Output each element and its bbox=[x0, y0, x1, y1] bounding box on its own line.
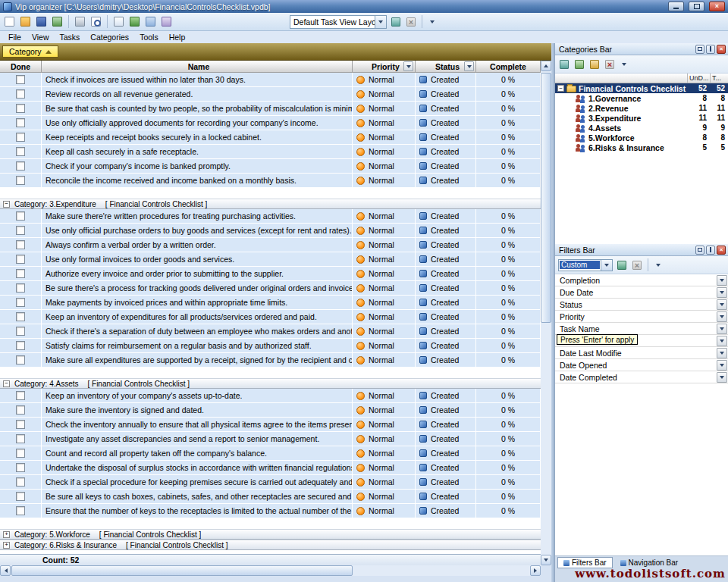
undo-icon[interactable] bbox=[144, 15, 157, 28]
collapse-icon[interactable]: − bbox=[3, 201, 10, 208]
done-checkbox[interactable] bbox=[16, 391, 25, 400]
new-icon[interactable] bbox=[3, 15, 16, 28]
column-header-name[interactable]: Name bbox=[42, 61, 353, 73]
filter-field-date-opened[interactable]: Date Opened bbox=[555, 359, 728, 371]
filter-dropdown-icon[interactable] bbox=[717, 360, 727, 371]
task-row[interactable]: Check if invoices are issued within no l… bbox=[0, 73, 541, 87]
expand-icon[interactable]: + bbox=[3, 542, 10, 549]
done-checkbox[interactable] bbox=[16, 434, 25, 443]
scroll-up-icon[interactable] bbox=[541, 61, 551, 71]
task-row[interactable]: Ensure that the number of keys to the re… bbox=[0, 504, 541, 518]
menu-view[interactable]: View bbox=[27, 31, 55, 43]
task-row[interactable]: Check the inventory annually to ensure t… bbox=[0, 418, 541, 432]
task-row[interactable]: Keep receipts and receipt books securely… bbox=[0, 130, 541, 145]
task-view-layout-select[interactable]: Default Task View Layout bbox=[290, 15, 387, 29]
done-checkbox[interactable] bbox=[16, 327, 25, 336]
horizontal-scroll-thumb[interactable] bbox=[11, 565, 353, 576]
task-row[interactable]: Make sure there're written procedures fo… bbox=[0, 209, 541, 224]
tree-item-2-revenue[interactable]: 2.Revenue1111 bbox=[555, 103, 728, 113]
collapse-icon[interactable]: − bbox=[557, 85, 564, 92]
done-checkbox[interactable] bbox=[16, 75, 25, 84]
done-checkbox[interactable] bbox=[16, 355, 25, 365]
done-checkbox[interactable] bbox=[16, 341, 25, 350]
task-row[interactable]: Check if a special procedure for keeping… bbox=[0, 475, 541, 490]
filter-field-due-date[interactable]: Due Date bbox=[555, 286, 728, 299]
filter-dropdown-icon[interactable] bbox=[717, 299, 727, 310]
done-checkbox[interactable] bbox=[16, 449, 25, 458]
task-row[interactable]: Satisfy claims for reimbursement on a re… bbox=[0, 339, 541, 353]
vertical-scrollbar[interactable] bbox=[541, 61, 551, 565]
task-row[interactable]: Investigate any asset discrepancies and … bbox=[0, 432, 541, 446]
done-checkbox[interactable] bbox=[16, 211, 25, 221]
new-subcategory-icon[interactable] bbox=[573, 58, 585, 70]
delete-category-icon[interactable] bbox=[604, 58, 616, 70]
filter-field-completion[interactable]: Completion bbox=[555, 274, 728, 286]
done-checkbox[interactable] bbox=[16, 405, 25, 415]
menu-tools[interactable]: Tools bbox=[134, 31, 164, 43]
task-row[interactable]: Use only officially approved documents f… bbox=[0, 116, 541, 130]
group-header-category-3-expenditure[interactable]: −Category: 3.Expenditure[ Financial Cont… bbox=[0, 199, 541, 209]
open-icon[interactable] bbox=[19, 15, 32, 28]
edit-layout-icon[interactable] bbox=[390, 16, 402, 28]
filter-dropdown-icon[interactable] bbox=[717, 287, 727, 298]
done-checkbox[interactable] bbox=[16, 147, 25, 156]
filter-preset-select[interactable]: Custom bbox=[558, 259, 613, 271]
total-column-header[interactable]: T... bbox=[710, 74, 728, 83]
task-row[interactable]: Always confirm a verbal order by a writt… bbox=[0, 238, 541, 252]
chevron-down-icon[interactable] bbox=[601, 260, 612, 271]
chevron-down-icon[interactable] bbox=[375, 16, 386, 28]
close-button[interactable]: × bbox=[709, 2, 725, 11]
menu-help[interactable]: Help bbox=[164, 31, 191, 43]
panel-pin-icon[interactable] bbox=[706, 246, 715, 255]
panel-window-icon[interactable] bbox=[695, 246, 704, 255]
filter-field-date-completed[interactable]: Date Completed bbox=[555, 371, 728, 383]
task-row[interactable]: Undertake the disposal of surplus stocks… bbox=[0, 461, 541, 475]
task-row[interactable]: Keep all cash securely in a safe recepta… bbox=[0, 145, 541, 159]
task-row[interactable]: Make payments by invoiced prices and wit… bbox=[0, 296, 541, 310]
group-by-category-tab[interactable]: Category bbox=[2, 45, 58, 58]
delete-layout-icon[interactable] bbox=[405, 16, 417, 28]
done-checkbox[interactable] bbox=[16, 506, 25, 515]
tree-item-6-risks-insurance[interactable]: 6.Risks & Insurance55 bbox=[555, 142, 728, 152]
task-row[interactable]: Use only official purchase orders to buy… bbox=[0, 224, 541, 238]
done-checkbox[interactable] bbox=[16, 420, 25, 429]
menu-categories[interactable]: Categories bbox=[85, 31, 134, 43]
task-row[interactable]: Check if there's a separation of duty be… bbox=[0, 324, 541, 339]
panel-pin-icon[interactable] bbox=[706, 45, 715, 54]
done-checkbox[interactable] bbox=[16, 492, 25, 501]
menu-file[interactable]: File bbox=[3, 31, 27, 43]
filter-dropdown-icon[interactable] bbox=[717, 348, 727, 358]
panel-close-icon[interactable]: × bbox=[717, 45, 726, 54]
task-row[interactable]: Be sure all keys to cash boxes, cabinets… bbox=[0, 490, 541, 504]
group-header-category-5-workforce[interactable]: +Category: 5.Workforce[ Financial Contro… bbox=[0, 529, 541, 540]
horizontal-scrollbar[interactable] bbox=[0, 565, 541, 576]
new-category-icon[interactable] bbox=[558, 58, 570, 70]
done-checkbox[interactable] bbox=[16, 161, 25, 171]
done-checkbox[interactable] bbox=[16, 176, 25, 185]
filter-field-priority[interactable]: Priority bbox=[555, 311, 728, 323]
done-checkbox[interactable] bbox=[16, 118, 25, 127]
filter-field-date-last-modifie[interactable]: Date Last Modifie bbox=[555, 347, 728, 359]
tree-item-financial-controls-checklist[interactable]: −Financial Controls Checklist5252 bbox=[555, 83, 728, 93]
done-checkbox[interactable] bbox=[16, 283, 25, 293]
scroll-left-icon[interactable] bbox=[0, 565, 11, 576]
done-checkbox[interactable] bbox=[16, 312, 25, 321]
filter-dropdown-icon[interactable] bbox=[717, 324, 727, 334]
column-header-status[interactable]: Status bbox=[416, 61, 476, 73]
tree-item-5-workforce[interactable]: 5.Workforce88 bbox=[555, 133, 728, 142]
filters-options-chevron[interactable] bbox=[653, 258, 663, 271]
task-row[interactable]: Be sure that cash is counted by two peop… bbox=[0, 102, 541, 116]
task-row[interactable]: Be sure there's a process for tracking g… bbox=[0, 281, 541, 296]
toolbar-options-chevron[interactable] bbox=[427, 15, 437, 28]
save-icon[interactable] bbox=[35, 15, 48, 28]
done-checkbox[interactable] bbox=[16, 269, 25, 278]
panel-window-icon[interactable] bbox=[695, 45, 704, 54]
group-header-category-4-assets[interactable]: −Category: 4.Assets[ Financial Controls … bbox=[0, 378, 541, 389]
done-checkbox[interactable] bbox=[16, 463, 25, 472]
email-icon[interactable] bbox=[112, 15, 125, 28]
tree-item-4-assets[interactable]: 4.Assets99 bbox=[555, 123, 728, 133]
print-icon[interactable] bbox=[74, 15, 86, 28]
print-preview-icon[interactable] bbox=[89, 15, 102, 28]
filter-dropdown-icon[interactable] bbox=[717, 336, 727, 346]
vertical-scroll-thumb[interactable] bbox=[541, 73, 551, 323]
